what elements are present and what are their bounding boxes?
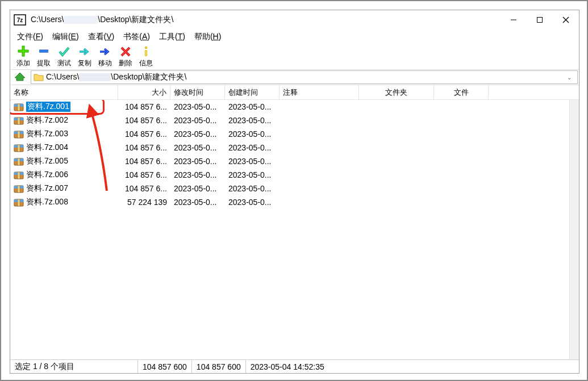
delete-button[interactable]: 删除 — [116, 45, 135, 68]
file-list[interactable]: 资料.7z.001104 857 6...2023-05-0...2023-05… — [10, 100, 579, 359]
minus-icon — [37, 45, 51, 58]
menu-bookmark[interactable]: 书签(A) — [120, 31, 153, 43]
archive-part-icon — [14, 143, 24, 153]
info-button[interactable]: 信息 — [136, 45, 156, 68]
file-modified: 2023-05-0... — [170, 198, 225, 207]
svg-rect-24 — [18, 158, 20, 165]
column-headers: 名称 大小 修改时间 创建时间 注释 文件夹 文件 — [10, 85, 579, 100]
column-name[interactable]: 名称 — [10, 85, 118, 99]
status-datetime: 2023-05-04 14:52:35 — [246, 360, 329, 373]
close-button[interactable] — [553, 10, 579, 30]
file-name: 资料.7z.008 — [26, 197, 68, 207]
archive-part-icon — [14, 102, 24, 112]
svg-rect-27 — [18, 172, 20, 179]
file-size: 57 224 139 — [118, 198, 170, 207]
svg-rect-3 — [537, 18, 543, 23]
status-size-1: 104 857 600 — [138, 360, 192, 373]
file-row[interactable]: 资料.7z.001104 857 6...2023-05-0...2023-05… — [10, 100, 579, 114]
file-created: 2023-05-0... — [225, 116, 280, 125]
menu-file[interactable]: 文件(F) — [14, 31, 47, 43]
file-modified: 2023-05-0... — [170, 102, 225, 111]
file-name: 资料.7z.002 — [26, 115, 68, 125]
menubar: 文件(F) 编辑(E) 查看(V) 书签(A) 工具(T) 帮助(H) — [10, 30, 579, 44]
archive-part-icon — [14, 170, 24, 180]
svg-text:7z: 7z — [17, 17, 23, 23]
file-created: 2023-05-0... — [225, 143, 280, 152]
file-size: 104 857 6... — [118, 157, 170, 166]
file-row[interactable]: 资料.7z.004104 857 6...2023-05-0...2023-05… — [10, 141, 579, 154]
file-modified: 2023-05-0... — [170, 116, 225, 125]
up-button[interactable] — [11, 70, 28, 84]
app-window: 7z C:\Users\\Desktop\新建文件夹\ 文件(F) 编辑(E) … — [10, 10, 579, 374]
path-bar: C:\Users\\Desktop\新建文件夹\ ⌄ — [10, 69, 579, 85]
column-folder[interactable]: 文件夹 — [359, 85, 434, 99]
svg-rect-33 — [18, 199, 20, 206]
file-row[interactable]: 资料.7z.006104 857 6...2023-05-0...2023-05… — [10, 168, 579, 182]
file-created: 2023-05-0... — [225, 157, 280, 166]
test-button[interactable]: 测试 — [55, 45, 74, 68]
file-size: 104 857 6... — [118, 143, 170, 152]
path-dropdown[interactable]: ⌄ — [564, 74, 575, 81]
file-name: 资料.7z.003 — [26, 129, 68, 139]
archive-part-icon — [14, 129, 24, 139]
svg-rect-9 — [145, 51, 147, 56]
menu-help[interactable]: 帮助(H) — [191, 31, 224, 43]
file-size: 104 857 6... — [118, 170, 170, 179]
maximize-button[interactable] — [527, 10, 553, 30]
file-size: 104 857 6... — [118, 129, 170, 139]
file-created: 2023-05-0... — [225, 170, 280, 179]
file-name: 资料.7z.004 — [26, 143, 68, 153]
archive-part-icon — [14, 115, 24, 125]
file-modified: 2023-05-0... — [170, 157, 225, 166]
path-input[interactable]: C:\Users\\Desktop\新建文件夹\ ⌄ — [31, 70, 578, 84]
column-size[interactable]: 大小 — [118, 85, 170, 99]
file-size: 104 857 6... — [118, 116, 170, 125]
column-file[interactable]: 文件 — [434, 85, 489, 99]
move-button[interactable]: 移动 — [95, 45, 115, 68]
minimize-button[interactable] — [501, 10, 527, 30]
menu-view[interactable]: 查看(V) — [85, 31, 118, 43]
status-selection: 选定 1 / 8 个项目 — [10, 360, 138, 373]
copy-button[interactable]: 复制 — [75, 45, 94, 68]
svg-rect-18 — [18, 131, 20, 138]
svg-rect-21 — [18, 145, 20, 152]
file-created: 2023-05-0... — [225, 129, 280, 139]
archive-part-icon — [14, 197, 24, 207]
svg-rect-30 — [18, 186, 20, 192]
add-button[interactable]: 添加 — [14, 45, 33, 68]
file-created: 2023-05-0... — [225, 198, 280, 207]
file-row[interactable]: 资料.7z.005104 857 6...2023-05-0...2023-05… — [10, 154, 579, 168]
file-size: 104 857 6... — [118, 102, 170, 111]
file-modified: 2023-05-0... — [170, 170, 225, 179]
svg-rect-15 — [18, 118, 20, 124]
titlebar: 7z C:\Users\\Desktop\新建文件夹\ — [10, 10, 579, 30]
file-row[interactable]: 资料.7z.00857 224 1392023-05-0...2023-05-0… — [10, 195, 579, 209]
redacted-username — [64, 16, 98, 24]
file-created: 2023-05-0... — [225, 102, 280, 111]
archive-part-icon — [14, 183, 24, 194]
svg-point-8 — [145, 47, 147, 48]
column-modified[interactable]: 修改时间 — [170, 85, 225, 99]
extract-button[interactable]: 提取 — [34, 45, 53, 68]
file-name: 资料.7z.005 — [26, 156, 68, 166]
redacted-username-path — [79, 73, 111, 81]
archive-part-icon — [14, 156, 24, 166]
file-row[interactable]: 资料.7z.007104 857 6...2023-05-0...2023-05… — [10, 182, 579, 195]
check-icon — [57, 45, 71, 58]
file-row[interactable]: 资料.7z.003104 857 6...2023-05-0...2023-05… — [10, 127, 579, 141]
column-comment[interactable]: 注释 — [280, 85, 359, 99]
status-bar: 选定 1 / 8 个项目 104 857 600 104 857 600 202… — [10, 359, 579, 373]
column-created[interactable]: 创建时间 — [225, 85, 280, 99]
file-size: 104 857 6... — [118, 184, 170, 193]
file-name: 资料.7z.007 — [26, 183, 68, 194]
copy-arrow-icon — [78, 45, 91, 58]
menu-tools[interactable]: 工具(T) — [156, 31, 189, 43]
file-modified: 2023-05-0... — [170, 129, 225, 139]
file-row[interactable]: 资料.7z.002104 857 6...2023-05-0...2023-05… — [10, 114, 579, 127]
file-modified: 2023-05-0... — [170, 143, 225, 152]
menu-edit[interactable]: 编辑(E) — [49, 31, 82, 43]
move-arrow-icon — [98, 45, 112, 58]
toolbar: 添加 提取 测试 复制 移动 删除 — [10, 44, 579, 69]
vertical-scrollbar[interactable] — [569, 100, 579, 359]
svg-rect-12 — [18, 104, 20, 111]
